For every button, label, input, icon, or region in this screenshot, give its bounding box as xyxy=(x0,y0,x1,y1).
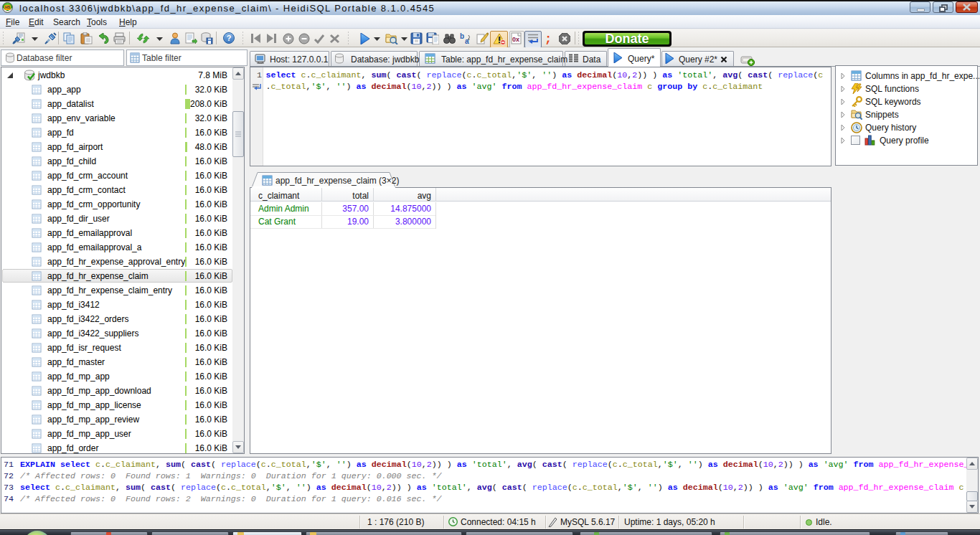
svg-text:0x: 0x xyxy=(512,36,519,43)
svg-text:?: ? xyxy=(227,34,232,42)
svg-text:a: a xyxy=(465,37,469,44)
svg-text:b: b xyxy=(460,32,464,40)
